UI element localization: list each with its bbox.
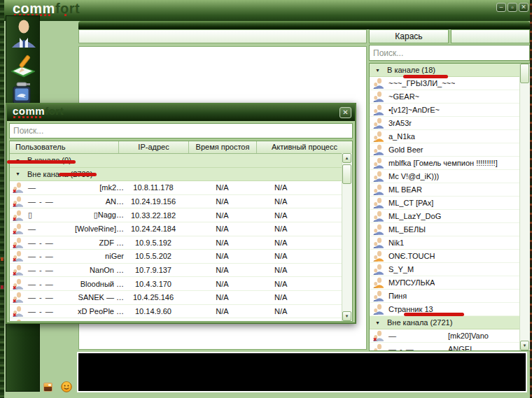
user-name: ML_БЕЛЫ (388, 225, 426, 234)
user-avatar-icon (12, 237, 24, 248)
users-popup-window: commfort Пользователь IP-адрес Время про… (6, 103, 356, 324)
user-list-item[interactable]: ML_CT [PAx] (370, 197, 529, 210)
user-list-item[interactable]: — - — ANGEL (370, 343, 529, 351)
user-list-item[interactable]: S_Y_M (370, 263, 529, 276)
smiley-icon[interactable] (61, 381, 72, 392)
scroll-up-button[interactable] (342, 153, 351, 163)
user-name-prefix: — - — (28, 307, 54, 315)
table-row[interactable]: — - — †_K@R@Te… 10.13.17.170 N/A N/A (10, 318, 352, 322)
user-name-prefix: — - — (28, 293, 54, 301)
user-avatar-icon (372, 264, 384, 275)
user-list-item[interactable]: mblfka [Гомель чемпион !!!!!!!!!] (370, 157, 529, 170)
cell-ip-address: 10.7.9.137 (118, 266, 188, 274)
cell-idle-time: N/A (188, 211, 256, 220)
cell-idle-time: N/A (188, 183, 256, 192)
user-list-item[interactable]: •[v12]~AnDrE~ (370, 104, 529, 117)
desktop-speck (1, 285, 4, 289)
user-list-item[interactable]: a_N1ka (370, 130, 529, 143)
minimize-button[interactable] (496, 3, 506, 12)
cell-ip-address: 10.33.22.182 (118, 211, 188, 220)
user-group-header[interactable]: Вне канала (2721) (370, 316, 529, 329)
user-list-item[interactable]: ~~~_ГРЫЗЛИ_~~~ (370, 77, 529, 90)
table-row[interactable]: — [WolveRine]… 10.24.24.184 N/A N/A (10, 222, 352, 236)
user-name: mblfka [Гомель чемпион !!!!!!!!!] (388, 159, 498, 167)
scroll-down-button[interactable] (342, 311, 351, 321)
user-list-item[interactable]: ONЄ.TOUCH (370, 250, 529, 263)
cell-idle-time: N/A (188, 266, 256, 274)
insert-image-icon[interactable] (43, 383, 52, 392)
cell-active-process: N/A (256, 225, 342, 233)
popup-search-input[interactable] (9, 123, 353, 138)
table-row[interactable]: — - — ZDF … 10.9.5.192 N/A N/A (10, 236, 352, 250)
user-avatar-icon (372, 211, 384, 222)
user-avatar-icon (372, 91, 384, 102)
scroll-thumb[interactable] (342, 164, 351, 184)
popup-user-table: Пользователь IP-адрес Время простоя Акти… (9, 141, 353, 322)
user-list-item[interactable]: Mc V!@d_iK))) (370, 170, 529, 183)
scroll-thumb[interactable] (520, 64, 529, 83)
popup-close-button[interactable] (340, 107, 351, 118)
table-row[interactable]: — - — AN… 10.24.19.156 N/A N/A (10, 195, 352, 209)
file-transfer-icon[interactable] (10, 82, 36, 104)
user-list-item[interactable]: 3rA53r (370, 117, 529, 130)
cell-idle-time: N/A (188, 252, 256, 260)
table-row[interactable]: ▯ ▯Nagg… 10.33.22.182 N/A N/A (10, 208, 352, 222)
user-list-item[interactable]: — [mk20]Vano (370, 329, 529, 343)
cell-active-process: N/A (256, 211, 342, 220)
cell-ip-address: 10.24.24.184 (118, 225, 188, 233)
user-list-item[interactable]: Пиня (370, 290, 529, 303)
scroll-down-button[interactable] (520, 341, 529, 350)
user-name: xD PeoPle … (78, 307, 124, 315)
column-ip[interactable]: IP-адрес (118, 141, 188, 153)
table-row[interactable]: — - — xD PeoPle … 10.14.9.60 N/A N/A (10, 305, 352, 319)
user-list-item[interactable]: ~GEAR~ (370, 90, 529, 104)
table-row[interactable]: — - — niGer 10.5.5.202 N/A N/A (10, 250, 352, 264)
table-row[interactable]: — [mk2… 10.8.11.178 N/A N/A (10, 181, 352, 195)
popup-title-bar[interactable]: commfort (7, 104, 355, 121)
profile-icon[interactable] (10, 19, 36, 48)
close-button[interactable] (519, 3, 528, 12)
user-list-item[interactable]: Nik1 (370, 236, 529, 250)
table-row[interactable]: — - — NanOn … 10.7.9.137 N/A N/A (10, 264, 352, 278)
user-list-item[interactable]: ML BEAR (370, 183, 529, 197)
user-list-item[interactable]: МУПСУЛЬКА (370, 276, 529, 290)
user-avatar-icon (372, 197, 384, 208)
user-group-header[interactable]: В канале (18) (370, 64, 529, 77)
user-avatar-icon (372, 343, 384, 351)
user-name: S_Y_M (388, 265, 414, 273)
user-list-item[interactable]: Gold Beer (370, 143, 529, 157)
logo-red-dot (64, 14, 66, 16)
chat-input-area-redacted[interactable] (77, 352, 527, 392)
user-avatar-icon (372, 304, 384, 315)
table-row[interactable]: — - — SANEK — … 10.4.25.146 N/A N/A (10, 291, 352, 305)
cell-active-process: N/A (256, 183, 342, 192)
user-avatar-icon (372, 171, 384, 182)
maximize-button[interactable] (507, 3, 517, 12)
user-name: Gold Beer (388, 145, 424, 154)
user-list: В канале (18) ~~~_ГРЫЗЛИ_~~~ (369, 63, 530, 351)
cell-user: — - — SANEK — … (10, 291, 118, 304)
title-bar[interactable]: commfort (4, 0, 530, 21)
table-header-row: Пользователь IP-адрес Время простоя Акти… (10, 141, 352, 154)
table-row[interactable]: — - — Bloodный … 10.4.3.170 N/A N/A (10, 277, 352, 291)
column-idle[interactable]: Время простоя (188, 141, 256, 153)
desktop-speck (1, 257, 4, 261)
column-user[interactable]: Пользователь (10, 141, 118, 153)
logo-part-fort: fort (55, 1, 80, 16)
user-name: SANEK — … (78, 293, 124, 301)
cell-active-process: N/A (256, 293, 342, 301)
tab-empty[interactable] (451, 29, 530, 43)
red-underline-annotation (7, 160, 76, 164)
tab-strip (78, 29, 367, 43)
user-name-prefix: — - — (28, 266, 54, 274)
user-list-item[interactable]: ML_БЕЛЫ (370, 223, 529, 236)
notes-pencil-icon[interactable] (10, 52, 36, 79)
tab-karas[interactable]: Карась (369, 29, 449, 43)
user-name: Nik1 (388, 239, 404, 247)
user-avatar-icon (12, 250, 24, 262)
user-avatar-icon (372, 104, 384, 115)
column-process[interactable]: Активный процесс (256, 141, 352, 153)
collapse-triangle-icon (375, 68, 382, 73)
user-list-item[interactable]: ML_LazY_DoG (370, 210, 529, 223)
user-search-input[interactable] (369, 45, 530, 61)
